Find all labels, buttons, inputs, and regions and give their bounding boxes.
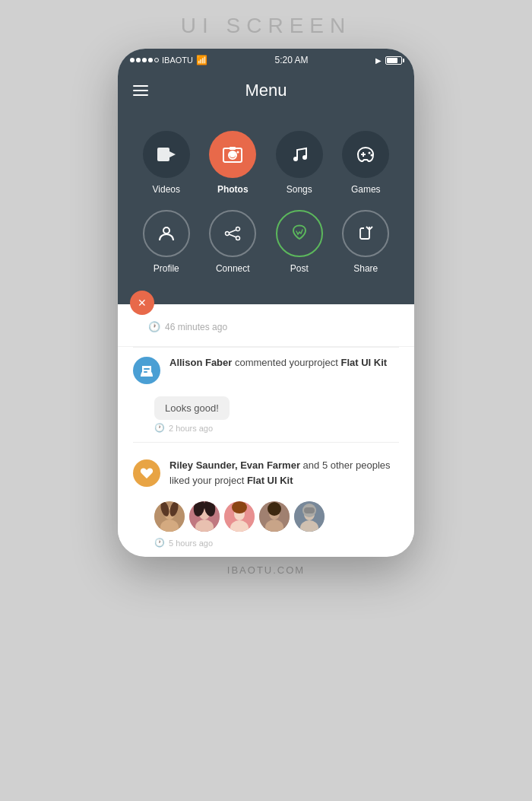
menu-item-connect[interactable]: Connect — [200, 202, 267, 281]
signal-dot-1 — [130, 58, 135, 62]
svg-point-8 — [293, 157, 298, 161]
menu-title: Menu — [245, 81, 287, 100]
photos-icon-circle — [209, 131, 256, 178]
separator-2 — [133, 442, 399, 443]
signal-dot-3 — [142, 58, 147, 62]
notif-action-1: commented yourproject — [235, 357, 340, 368]
notification-item-1: 🕐 46 minutes ago — [118, 304, 414, 347]
notif-username-2: Riley Saunder, Evan Farmer — [169, 459, 300, 471]
share-label: Share — [353, 263, 378, 274]
phone-frame: IBAOTU 📶 5:20 AM ▶ Menu Videos — [118, 49, 414, 557]
notifications-panel: ✕ 🕐 46 minutes ago Allison Faber — [118, 304, 414, 548]
svg-point-5 — [231, 154, 234, 157]
svg-point-7 — [237, 151, 239, 154]
liked-avatars-row — [154, 501, 414, 532]
menu-grid-section: Videos Photos — [118, 116, 414, 304]
liked-time-text: 5 hours ago — [169, 539, 213, 548]
close-button[interactable]: ✕ — [130, 291, 154, 315]
hamburger-line-2 — [133, 90, 148, 91]
songs-icon-circle — [276, 131, 323, 178]
clock-small-icon: 🕐 — [154, 423, 165, 433]
svg-line-19 — [230, 234, 236, 237]
liked-avatar-1 — [154, 501, 185, 532]
hamburger-button[interactable] — [133, 85, 148, 96]
svg-rect-23 — [144, 371, 147, 373]
post-icon-circle — [276, 210, 323, 257]
svg-point-14 — [163, 227, 169, 234]
carrier-label: IBAOTU — [162, 56, 193, 65]
liked-avatar-3 — [224, 501, 255, 532]
svg-point-16 — [236, 227, 240, 231]
status-bar: IBAOTU 📶 5:20 AM ▶ — [118, 49, 414, 70]
profile-label: Profile — [154, 263, 179, 274]
time-row-1: 🕐 46 minutes ago — [133, 315, 399, 335]
svg-point-41 — [268, 502, 281, 516]
notif-project-2: Flat UI Kit — [247, 475, 293, 486]
svg-rect-46 — [304, 507, 315, 513]
svg-rect-22 — [144, 368, 150, 370]
clock-icon-1: 🕐 — [148, 321, 160, 332]
videos-label: Videos — [153, 184, 180, 195]
menu-item-games[interactable]: Games — [333, 123, 400, 202]
clock-small-icon-2: 🕐 — [154, 538, 165, 548]
liked-avatar-5 — [294, 501, 325, 532]
svg-point-13 — [371, 154, 373, 157]
connect-label: Connect — [216, 263, 250, 274]
signal-dot-5 — [154, 58, 159, 62]
signal-dot-4 — [148, 58, 153, 62]
signal-dot-2 — [136, 58, 141, 62]
page-title: UI SCREEN — [181, 14, 351, 38]
menu-item-photos[interactable]: Photos — [200, 123, 267, 202]
svg-rect-0 — [157, 148, 169, 161]
post-label: Post — [290, 263, 309, 274]
location-icon: ▶ — [375, 56, 382, 65]
profile-icon-circle — [143, 210, 190, 257]
battery-fill — [387, 58, 397, 63]
share-icon-circle — [342, 210, 389, 257]
battery-icon — [385, 56, 402, 65]
wifi-icon: 📶 — [196, 55, 207, 65]
photos-label: Photos — [217, 184, 249, 195]
time-ago-1: 46 minutes ago — [165, 322, 227, 332]
status-time: 5:20 AM — [274, 55, 308, 65]
comment-time-1: 🕐 2 hours ago — [154, 423, 414, 433]
status-right: ▶ — [375, 56, 402, 65]
notif-text-2: Riley Saunder, Evan Farmer and 5 other p… — [169, 458, 399, 488]
connect-icon-circle — [209, 210, 256, 257]
menu-item-videos[interactable]: Videos — [133, 123, 200, 202]
liked-time: 🕐 5 hours ago — [154, 538, 414, 548]
notif-row-2: Riley Saunder, Evan Farmer and 5 other p… — [118, 450, 414, 495]
notif-row-1: Allison Faber commented yourproject Flat… — [118, 348, 414, 392]
menu-item-post[interactable]: Post — [266, 202, 333, 281]
svg-point-12 — [369, 152, 371, 154]
liked-avatar-2 — [189, 501, 220, 532]
svg-marker-1 — [169, 151, 176, 157]
menu-item-songs[interactable]: Songs — [266, 123, 333, 202]
svg-line-18 — [230, 230, 236, 233]
notif-project-1: Flat UI Kit — [340, 357, 387, 368]
comment-time-text-1: 2 hours ago — [169, 424, 213, 433]
games-icon-circle — [342, 131, 389, 178]
songs-label: Songs — [287, 184, 312, 195]
menu-grid: Videos Photos — [133, 123, 399, 281]
svg-point-37 — [232, 501, 247, 513]
notif-username-1: Allison Faber — [169, 357, 232, 368]
svg-point-9 — [302, 155, 307, 160]
notif-text-1: Allison Faber commented yourproject Flat… — [169, 355, 399, 370]
svg-point-17 — [236, 237, 240, 240]
videos-icon-circle — [143, 131, 190, 178]
liked-avatar-4 — [259, 501, 290, 532]
hamburger-line-3 — [133, 94, 148, 96]
menu-item-profile[interactable]: Profile — [133, 202, 200, 281]
menu-header: Menu — [118, 70, 414, 116]
menu-item-share[interactable]: Share — [333, 202, 400, 281]
status-left: IBAOTU 📶 — [130, 55, 207, 65]
notif-avatar-2 — [133, 459, 160, 487]
notif-avatar-1 — [133, 357, 160, 384]
hamburger-line-1 — [133, 85, 148, 87]
svg-rect-6 — [230, 147, 236, 150]
comment-bubble-1: Looks good! — [154, 396, 230, 420]
signal-dots — [130, 58, 159, 62]
watermark: IBAOTU.COM — [0, 557, 532, 588]
svg-point-15 — [226, 232, 230, 236]
